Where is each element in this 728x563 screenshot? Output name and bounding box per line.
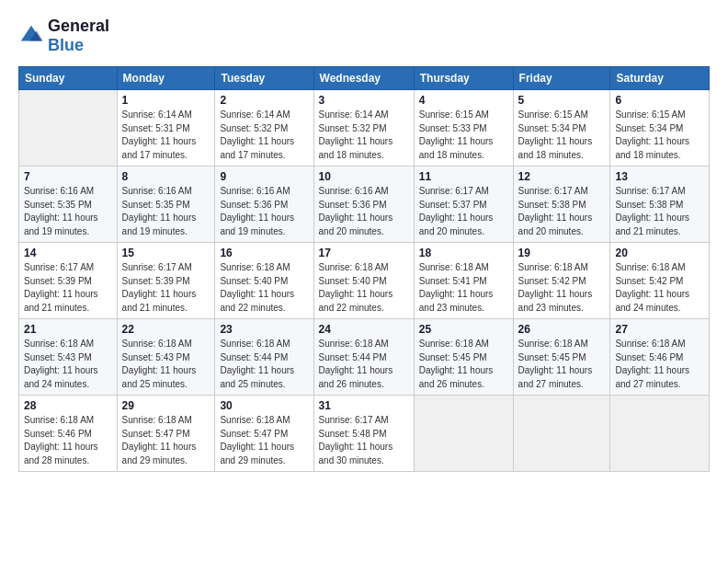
calendar-cell: 1Sunrise: 6:14 AMSunset: 5:31 PMDaylight… (117, 90, 215, 167)
day-info: Sunrise: 6:18 AMSunset: 5:45 PMDaylight:… (518, 338, 606, 391)
day-info: Sunrise: 6:16 AMSunset: 5:35 PMDaylight:… (24, 185, 112, 238)
day-number: 19 (518, 247, 606, 259)
weekday-header: Sunday (19, 67, 118, 90)
day-info: Sunrise: 6:15 AMSunset: 5:34 PMDaylight:… (615, 109, 704, 162)
calendar-cell: 30Sunrise: 6:18 AMSunset: 5:47 PMDayligh… (215, 396, 313, 472)
calendar-cell: 5Sunrise: 6:15 AMSunset: 5:34 PMDaylight… (513, 90, 610, 167)
calendar-cell (19, 90, 118, 167)
day-number: 8 (122, 170, 210, 183)
day-info: Sunrise: 6:16 AMSunset: 5:35 PMDaylight:… (122, 185, 210, 238)
calendar-week-row: 1Sunrise: 6:14 AMSunset: 5:31 PMDaylight… (19, 90, 710, 167)
calendar-week-row: 21Sunrise: 6:18 AMSunset: 5:43 PMDayligh… (19, 319, 710, 396)
calendar-cell: 21Sunrise: 6:18 AMSunset: 5:43 PMDayligh… (19, 319, 118, 396)
calendar-cell: 6Sunrise: 6:15 AMSunset: 5:34 PMDaylight… (610, 90, 710, 167)
calendar-cell: 11Sunrise: 6:17 AMSunset: 5:37 PMDayligh… (414, 167, 513, 243)
calendar-cell: 26Sunrise: 6:18 AMSunset: 5:45 PMDayligh… (513, 319, 610, 396)
day-info: Sunrise: 6:17 AMSunset: 5:39 PMDaylight:… (24, 261, 112, 315)
day-number: 31 (319, 399, 409, 412)
day-number: 26 (518, 323, 606, 336)
logo-text: General Blue (48, 17, 109, 55)
calendar-cell: 3Sunrise: 6:14 AMSunset: 5:32 PMDaylight… (313, 90, 414, 167)
day-info: Sunrise: 6:18 AMSunset: 5:43 PMDaylight:… (122, 338, 210, 391)
day-info: Sunrise: 6:17 AMSunset: 5:39 PMDaylight:… (122, 261, 210, 315)
day-number: 23 (220, 323, 308, 336)
day-number: 14 (24, 247, 112, 259)
calendar-week-row: 7Sunrise: 6:16 AMSunset: 5:35 PMDaylight… (19, 167, 710, 243)
day-number: 7 (24, 170, 112, 183)
day-number: 2 (220, 94, 308, 107)
day-number: 21 (24, 323, 112, 336)
calendar-cell: 22Sunrise: 6:18 AMSunset: 5:43 PMDayligh… (117, 319, 215, 396)
calendar-cell: 13Sunrise: 6:17 AMSunset: 5:38 PMDayligh… (610, 167, 710, 243)
day-info: Sunrise: 6:18 AMSunset: 5:43 PMDaylight:… (24, 338, 112, 391)
weekday-header: Friday (513, 67, 610, 90)
day-info: Sunrise: 6:18 AMSunset: 5:46 PMDaylight:… (24, 414, 112, 467)
day-number: 10 (319, 170, 409, 183)
day-number: 22 (122, 323, 210, 336)
day-info: Sunrise: 6:18 AMSunset: 5:44 PMDaylight:… (220, 338, 308, 391)
day-info: Sunrise: 6:16 AMSunset: 5:36 PMDaylight:… (220, 185, 308, 238)
day-info: Sunrise: 6:18 AMSunset: 5:47 PMDaylight:… (220, 414, 308, 467)
weekday-header: Wednesday (313, 67, 414, 90)
calendar-cell: 15Sunrise: 6:17 AMSunset: 5:39 PMDayligh… (117, 243, 215, 319)
day-info: Sunrise: 6:14 AMSunset: 5:31 PMDaylight:… (122, 109, 210, 162)
day-info: Sunrise: 6:15 AMSunset: 5:34 PMDaylight:… (518, 109, 606, 162)
weekday-header: Thursday (414, 67, 513, 90)
calendar-cell: 2Sunrise: 6:14 AMSunset: 5:32 PMDaylight… (215, 90, 313, 167)
day-info: Sunrise: 6:17 AMSunset: 5:48 PMDaylight:… (319, 414, 409, 467)
day-number: 30 (220, 399, 308, 412)
day-number: 28 (24, 399, 112, 412)
calendar-cell: 18Sunrise: 6:18 AMSunset: 5:41 PMDayligh… (414, 243, 513, 319)
calendar-cell: 14Sunrise: 6:17 AMSunset: 5:39 PMDayligh… (19, 243, 118, 319)
day-info: Sunrise: 6:17 AMSunset: 5:38 PMDaylight:… (518, 185, 606, 238)
day-info: Sunrise: 6:18 AMSunset: 5:42 PMDaylight:… (615, 261, 704, 315)
day-info: Sunrise: 6:18 AMSunset: 5:41 PMDaylight:… (419, 261, 508, 315)
day-info: Sunrise: 6:16 AMSunset: 5:36 PMDaylight:… (319, 185, 409, 238)
calendar-week-row: 14Sunrise: 6:17 AMSunset: 5:39 PMDayligh… (19, 243, 710, 319)
weekday-header: Monday (117, 67, 215, 90)
day-info: Sunrise: 6:18 AMSunset: 5:44 PMDaylight:… (319, 338, 409, 391)
calendar-cell: 4Sunrise: 6:15 AMSunset: 5:33 PMDaylight… (414, 90, 513, 167)
day-info: Sunrise: 6:15 AMSunset: 5:33 PMDaylight:… (419, 109, 508, 162)
day-number: 3 (319, 94, 409, 107)
day-number: 9 (220, 170, 308, 183)
calendar-cell: 24Sunrise: 6:18 AMSunset: 5:44 PMDayligh… (313, 319, 414, 396)
logo-icon (18, 23, 44, 49)
day-info: Sunrise: 6:18 AMSunset: 5:45 PMDaylight:… (419, 338, 508, 391)
day-info: Sunrise: 6:17 AMSunset: 5:38 PMDaylight:… (615, 185, 704, 238)
day-number: 24 (319, 323, 409, 336)
weekday-header: Tuesday (215, 67, 313, 90)
calendar-cell: 23Sunrise: 6:18 AMSunset: 5:44 PMDayligh… (215, 319, 313, 396)
day-number: 1 (122, 94, 210, 107)
calendar-cell: 27Sunrise: 6:18 AMSunset: 5:46 PMDayligh… (610, 319, 710, 396)
calendar-cell: 12Sunrise: 6:17 AMSunset: 5:38 PMDayligh… (513, 167, 610, 243)
calendar-cell: 25Sunrise: 6:18 AMSunset: 5:45 PMDayligh… (414, 319, 513, 396)
day-info: Sunrise: 6:14 AMSunset: 5:32 PMDaylight:… (220, 109, 308, 162)
day-number: 15 (122, 247, 210, 259)
day-info: Sunrise: 6:18 AMSunset: 5:40 PMDaylight:… (220, 261, 308, 315)
day-number: 27 (615, 323, 704, 336)
day-number: 11 (419, 170, 508, 183)
calendar-cell: 17Sunrise: 6:18 AMSunset: 5:40 PMDayligh… (313, 243, 414, 319)
day-info: Sunrise: 6:14 AMSunset: 5:32 PMDaylight:… (319, 109, 409, 162)
day-number: 18 (419, 247, 508, 259)
calendar-cell: 10Sunrise: 6:16 AMSunset: 5:36 PMDayligh… (313, 167, 414, 243)
calendar-cell: 29Sunrise: 6:18 AMSunset: 5:47 PMDayligh… (117, 396, 215, 472)
calendar-cell (513, 396, 610, 472)
calendar-cell: 7Sunrise: 6:16 AMSunset: 5:35 PMDaylight… (19, 167, 118, 243)
day-number: 12 (518, 170, 606, 183)
day-number: 29 (122, 399, 210, 412)
calendar-cell: 20Sunrise: 6:18 AMSunset: 5:42 PMDayligh… (610, 243, 710, 319)
day-info: Sunrise: 6:18 AMSunset: 5:46 PMDaylight:… (615, 338, 704, 391)
day-number: 25 (419, 323, 508, 336)
calendar-cell: 9Sunrise: 6:16 AMSunset: 5:36 PMDaylight… (215, 167, 313, 243)
weekday-header: Saturday (610, 67, 710, 90)
calendar-week-row: 28Sunrise: 6:18 AMSunset: 5:46 PMDayligh… (19, 396, 710, 472)
calendar-cell (414, 396, 513, 472)
day-number: 20 (615, 247, 704, 259)
day-number: 6 (615, 94, 704, 107)
calendar: SundayMondayTuesdayWednesdayThursdayFrid… (18, 66, 710, 472)
day-number: 17 (319, 247, 409, 259)
day-info: Sunrise: 6:18 AMSunset: 5:47 PMDaylight:… (122, 414, 210, 467)
day-number: 5 (518, 94, 606, 107)
